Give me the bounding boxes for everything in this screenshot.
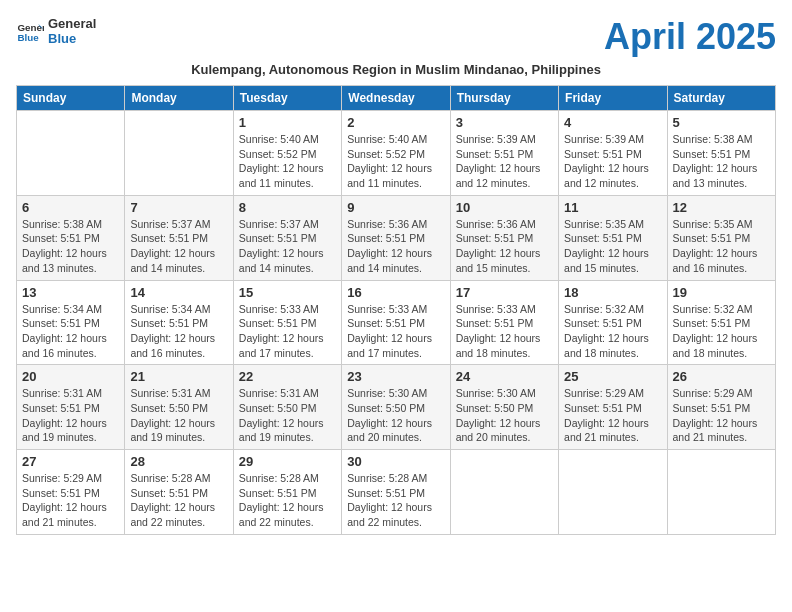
calendar-cell: 14Sunrise: 5:34 AM Sunset: 5:51 PM Dayli… xyxy=(125,280,233,365)
day-info: Sunrise: 5:37 AM Sunset: 5:51 PM Dayligh… xyxy=(239,217,336,276)
day-number: 23 xyxy=(347,369,444,384)
header: General Blue General Blue April 2025 xyxy=(16,16,776,58)
calendar-week-row: 1Sunrise: 5:40 AM Sunset: 5:52 PM Daylig… xyxy=(17,111,776,196)
day-info: Sunrise: 5:35 AM Sunset: 5:51 PM Dayligh… xyxy=(673,217,770,276)
day-info: Sunrise: 5:40 AM Sunset: 5:52 PM Dayligh… xyxy=(347,132,444,191)
calendar-cell: 27Sunrise: 5:29 AM Sunset: 5:51 PM Dayli… xyxy=(17,450,125,535)
calendar-cell: 22Sunrise: 5:31 AM Sunset: 5:50 PM Dayli… xyxy=(233,365,341,450)
calendar-cell: 6Sunrise: 5:38 AM Sunset: 5:51 PM Daylig… xyxy=(17,195,125,280)
calendar-cell: 7Sunrise: 5:37 AM Sunset: 5:51 PM Daylig… xyxy=(125,195,233,280)
calendar-table: SundayMondayTuesdayWednesdayThursdayFrid… xyxy=(16,85,776,535)
day-info: Sunrise: 5:31 AM Sunset: 5:50 PM Dayligh… xyxy=(130,386,227,445)
calendar-cell: 19Sunrise: 5:32 AM Sunset: 5:51 PM Dayli… xyxy=(667,280,775,365)
day-number: 6 xyxy=(22,200,119,215)
day-info: Sunrise: 5:29 AM Sunset: 5:51 PM Dayligh… xyxy=(564,386,661,445)
day-number: 28 xyxy=(130,454,227,469)
logo: General Blue General Blue xyxy=(16,16,96,46)
day-number: 26 xyxy=(673,369,770,384)
calendar-cell: 1Sunrise: 5:40 AM Sunset: 5:52 PM Daylig… xyxy=(233,111,341,196)
calendar-cell: 3Sunrise: 5:39 AM Sunset: 5:51 PM Daylig… xyxy=(450,111,558,196)
calendar-cell xyxy=(17,111,125,196)
column-header-saturday: Saturday xyxy=(667,86,775,111)
day-info: Sunrise: 5:38 AM Sunset: 5:51 PM Dayligh… xyxy=(673,132,770,191)
day-number: 18 xyxy=(564,285,661,300)
logo-text-blue: Blue xyxy=(48,31,96,46)
logo-text-general: General xyxy=(48,16,96,31)
day-number: 12 xyxy=(673,200,770,215)
day-info: Sunrise: 5:33 AM Sunset: 5:51 PM Dayligh… xyxy=(239,302,336,361)
day-info: Sunrise: 5:28 AM Sunset: 5:51 PM Dayligh… xyxy=(347,471,444,530)
day-number: 8 xyxy=(239,200,336,215)
column-header-sunday: Sunday xyxy=(17,86,125,111)
calendar-cell: 24Sunrise: 5:30 AM Sunset: 5:50 PM Dayli… xyxy=(450,365,558,450)
calendar-cell: 26Sunrise: 5:29 AM Sunset: 5:51 PM Dayli… xyxy=(667,365,775,450)
column-header-thursday: Thursday xyxy=(450,86,558,111)
calendar-week-row: 13Sunrise: 5:34 AM Sunset: 5:51 PM Dayli… xyxy=(17,280,776,365)
calendar-cell xyxy=(667,450,775,535)
day-number: 30 xyxy=(347,454,444,469)
calendar-cell: 11Sunrise: 5:35 AM Sunset: 5:51 PM Dayli… xyxy=(559,195,667,280)
calendar-cell: 16Sunrise: 5:33 AM Sunset: 5:51 PM Dayli… xyxy=(342,280,450,365)
day-number: 14 xyxy=(130,285,227,300)
day-info: Sunrise: 5:38 AM Sunset: 5:51 PM Dayligh… xyxy=(22,217,119,276)
day-info: Sunrise: 5:31 AM Sunset: 5:50 PM Dayligh… xyxy=(239,386,336,445)
calendar-cell: 21Sunrise: 5:31 AM Sunset: 5:50 PM Dayli… xyxy=(125,365,233,450)
calendar-cell xyxy=(559,450,667,535)
month-title: April 2025 xyxy=(604,16,776,58)
day-number: 17 xyxy=(456,285,553,300)
day-info: Sunrise: 5:32 AM Sunset: 5:51 PM Dayligh… xyxy=(564,302,661,361)
day-number: 10 xyxy=(456,200,553,215)
calendar-cell: 28Sunrise: 5:28 AM Sunset: 5:51 PM Dayli… xyxy=(125,450,233,535)
day-info: Sunrise: 5:33 AM Sunset: 5:51 PM Dayligh… xyxy=(456,302,553,361)
day-info: Sunrise: 5:29 AM Sunset: 5:51 PM Dayligh… xyxy=(673,386,770,445)
day-info: Sunrise: 5:28 AM Sunset: 5:51 PM Dayligh… xyxy=(239,471,336,530)
day-number: 7 xyxy=(130,200,227,215)
day-number: 22 xyxy=(239,369,336,384)
calendar-week-row: 27Sunrise: 5:29 AM Sunset: 5:51 PM Dayli… xyxy=(17,450,776,535)
day-number: 29 xyxy=(239,454,336,469)
day-number: 5 xyxy=(673,115,770,130)
calendar-cell: 30Sunrise: 5:28 AM Sunset: 5:51 PM Dayli… xyxy=(342,450,450,535)
day-number: 24 xyxy=(456,369,553,384)
calendar-cell: 23Sunrise: 5:30 AM Sunset: 5:50 PM Dayli… xyxy=(342,365,450,450)
day-info: Sunrise: 5:32 AM Sunset: 5:51 PM Dayligh… xyxy=(673,302,770,361)
calendar-cell: 4Sunrise: 5:39 AM Sunset: 5:51 PM Daylig… xyxy=(559,111,667,196)
column-header-tuesday: Tuesday xyxy=(233,86,341,111)
day-info: Sunrise: 5:37 AM Sunset: 5:51 PM Dayligh… xyxy=(130,217,227,276)
calendar-cell: 9Sunrise: 5:36 AM Sunset: 5:51 PM Daylig… xyxy=(342,195,450,280)
day-number: 20 xyxy=(22,369,119,384)
day-number: 1 xyxy=(239,115,336,130)
day-info: Sunrise: 5:30 AM Sunset: 5:50 PM Dayligh… xyxy=(347,386,444,445)
day-number: 25 xyxy=(564,369,661,384)
column-header-wednesday: Wednesday xyxy=(342,86,450,111)
calendar-cell: 2Sunrise: 5:40 AM Sunset: 5:52 PM Daylig… xyxy=(342,111,450,196)
column-header-monday: Monday xyxy=(125,86,233,111)
day-info: Sunrise: 5:39 AM Sunset: 5:51 PM Dayligh… xyxy=(456,132,553,191)
day-info: Sunrise: 5:35 AM Sunset: 5:51 PM Dayligh… xyxy=(564,217,661,276)
day-info: Sunrise: 5:39 AM Sunset: 5:51 PM Dayligh… xyxy=(564,132,661,191)
day-number: 13 xyxy=(22,285,119,300)
calendar-cell: 5Sunrise: 5:38 AM Sunset: 5:51 PM Daylig… xyxy=(667,111,775,196)
day-number: 15 xyxy=(239,285,336,300)
day-number: 27 xyxy=(22,454,119,469)
day-number: 3 xyxy=(456,115,553,130)
calendar-cell: 29Sunrise: 5:28 AM Sunset: 5:51 PM Dayli… xyxy=(233,450,341,535)
calendar-cell xyxy=(450,450,558,535)
calendar-header-row: SundayMondayTuesdayWednesdayThursdayFrid… xyxy=(17,86,776,111)
calendar-cell: 13Sunrise: 5:34 AM Sunset: 5:51 PM Dayli… xyxy=(17,280,125,365)
day-info: Sunrise: 5:40 AM Sunset: 5:52 PM Dayligh… xyxy=(239,132,336,191)
day-info: Sunrise: 5:29 AM Sunset: 5:51 PM Dayligh… xyxy=(22,471,119,530)
calendar-cell xyxy=(125,111,233,196)
column-header-friday: Friday xyxy=(559,86,667,111)
calendar-cell: 25Sunrise: 5:29 AM Sunset: 5:51 PM Dayli… xyxy=(559,365,667,450)
calendar-week-row: 6Sunrise: 5:38 AM Sunset: 5:51 PM Daylig… xyxy=(17,195,776,280)
calendar-cell: 10Sunrise: 5:36 AM Sunset: 5:51 PM Dayli… xyxy=(450,195,558,280)
day-number: 19 xyxy=(673,285,770,300)
day-number: 2 xyxy=(347,115,444,130)
day-info: Sunrise: 5:28 AM Sunset: 5:51 PM Dayligh… xyxy=(130,471,227,530)
day-number: 16 xyxy=(347,285,444,300)
calendar-cell: 8Sunrise: 5:37 AM Sunset: 5:51 PM Daylig… xyxy=(233,195,341,280)
day-info: Sunrise: 5:34 AM Sunset: 5:51 PM Dayligh… xyxy=(130,302,227,361)
day-info: Sunrise: 5:33 AM Sunset: 5:51 PM Dayligh… xyxy=(347,302,444,361)
calendar-cell: 15Sunrise: 5:33 AM Sunset: 5:51 PM Dayli… xyxy=(233,280,341,365)
